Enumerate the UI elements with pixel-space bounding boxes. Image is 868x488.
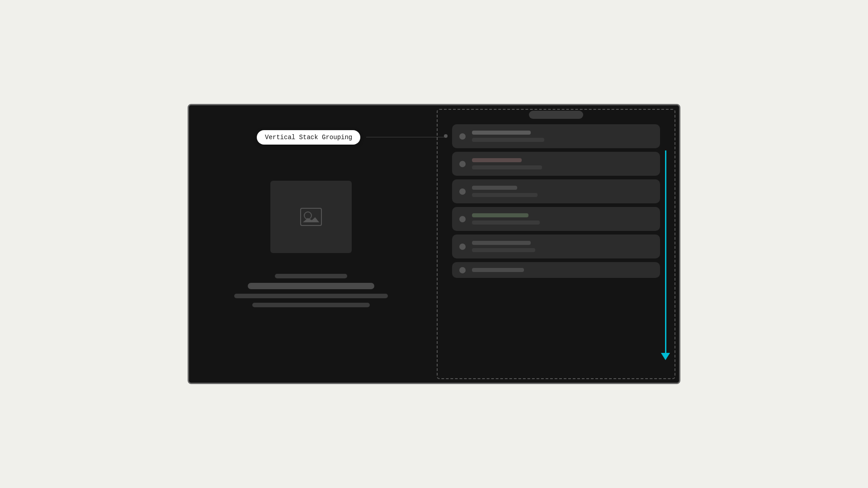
list-bar-top (472, 268, 524, 272)
list-bar-top (472, 241, 531, 245)
list-item (452, 179, 660, 203)
left-bars (198, 274, 424, 307)
list-item-partial (452, 262, 660, 278)
list-item (452, 152, 660, 176)
list-bar-top (472, 213, 528, 217)
list-dot (459, 216, 466, 222)
list-text (472, 268, 653, 272)
list-text (472, 213, 653, 225)
cyan-arrow (661, 150, 670, 360)
left-bar-1 (275, 274, 347, 278)
list-item (452, 124, 660, 148)
left-bar-2 (248, 283, 374, 289)
right-panel (433, 105, 679, 383)
list-dot (459, 161, 466, 167)
left-bar-4 (252, 303, 370, 307)
list-bar-top (472, 131, 531, 135)
list-bar-bottom (472, 193, 538, 197)
list-bar-top (472, 186, 517, 190)
cyan-arrowhead (661, 353, 670, 360)
image-placeholder (270, 181, 352, 253)
tooltip-label: Vertical Stack Grouping (257, 130, 360, 145)
image-icon (300, 208, 322, 226)
connector-dot (444, 134, 448, 138)
cyan-arrow-line (665, 150, 666, 353)
list-bar-top (472, 158, 522, 162)
list-text (472, 241, 653, 252)
list-item (452, 207, 660, 231)
list-bar-bottom (472, 248, 535, 252)
list-text (472, 186, 653, 197)
list-text (472, 131, 653, 142)
left-bar-3 (234, 294, 388, 298)
left-panel: Vertical Stack Grouping (189, 105, 433, 383)
list-dot (459, 133, 466, 140)
list-bar-bottom (472, 221, 540, 225)
list-dot (459, 267, 466, 273)
list-bar-bottom (472, 165, 542, 169)
list-item (452, 235, 660, 258)
top-pill (529, 111, 583, 119)
list-dot (459, 188, 466, 195)
list-bar-bottom (472, 138, 544, 142)
list-dot (459, 244, 466, 250)
list-text (472, 158, 653, 169)
main-frame: Vertical Stack Grouping (188, 104, 680, 384)
